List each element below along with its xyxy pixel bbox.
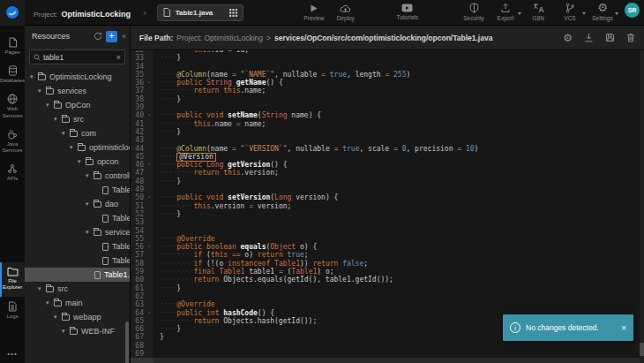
chevron-down-icon[interactable]: ▾ (38, 87, 46, 95)
chevron-down-icon[interactable]: ▾ (86, 229, 94, 236)
code-line: 55····@Override (131, 235, 644, 243)
app-logo[interactable] (0, 0, 25, 26)
code-line: 40-····public void setName(String name) … (131, 111, 644, 119)
chevron-down-icon[interactable]: ▾ (38, 285, 46, 292)
sidebar-item-databases[interactable]: Databases (0, 61, 25, 89)
tree-item-service[interactable]: ▾service (25, 225, 130, 239)
refresh-icon[interactable] (94, 32, 102, 41)
tree-item-opcon[interactable]: ▾opcon (25, 155, 130, 169)
preview-button[interactable]: Preview (298, 4, 330, 21)
editor-settings-icon[interactable]: ⚙ (563, 33, 573, 43)
sidebar-item-file-explorer[interactable]: File Explorer (0, 262, 25, 296)
tree-item-webapp[interactable]: ▾webapp (25, 310, 130, 324)
tree-item-src[interactable]: ▾src (25, 282, 130, 296)
fold-marker[interactable]: - (146, 243, 153, 251)
export-button[interactable]: Export (490, 3, 521, 21)
chevron-down-icon[interactable]: ▾ (70, 144, 78, 151)
code-line: 39 (131, 103, 644, 111)
folder-icon (62, 117, 70, 123)
tree-item-table1service-java[interactable]: Table1Service.java (25, 239, 130, 253)
code-editor[interactable]: 32········this.id = id;33····}3435····@C… (131, 50, 644, 358)
tree-item-main[interactable]: ▾main (25, 296, 130, 310)
tree-item-optimisticlocking[interactable]: ▾OptimisticLocking (25, 70, 130, 84)
avatar[interactable]: SR (625, 3, 640, 18)
clear-search-icon[interactable]: × (116, 53, 121, 62)
sidebar-item-logs[interactable]: Logs (0, 297, 25, 325)
chevron-down-icon[interactable]: ▾ (62, 130, 70, 137)
chevron-down-icon[interactable]: ▾ (86, 200, 94, 208)
scrollbar-thumb[interactable] (640, 343, 644, 356)
tree-item-optimisticlocking[interactable]: ▾optimisticlocking (25, 140, 130, 155)
gear-icon: ⚙ (597, 3, 608, 13)
tree-item-dao[interactable]: ▾dao (25, 197, 130, 211)
add-resource-button[interactable]: + (106, 31, 117, 42)
settings-button[interactable]: ⚙ Settings (587, 3, 618, 21)
line-number: 53 (131, 218, 146, 226)
gutter-spacer (146, 153, 153, 161)
trash-icon[interactable] (626, 33, 635, 42)
tree-item-services[interactable]: ▾services (25, 84, 130, 98)
vcs-chevron-down-icon[interactable] (582, 12, 586, 15)
line-number: 43 (131, 136, 146, 144)
resources-header: Resources + « (25, 26, 130, 47)
chevron-down-icon[interactable]: ▾ (54, 314, 62, 321)
editor-horizontal-scrollbar[interactable] (131, 358, 640, 363)
sidebar-item-apis[interactable]: APIs (0, 159, 25, 187)
save-icon[interactable] (605, 33, 615, 42)
globe-icon (7, 94, 18, 104)
search-icon (34, 54, 41, 61)
editor-vertical-scrollbar[interactable] (640, 50, 644, 363)
download-icon[interactable] (584, 33, 594, 42)
chevron-down-icon[interactable]: ▾ (30, 73, 38, 80)
chevron-down-icon[interactable]: ▾ (46, 102, 54, 109)
top-header: Project: OptimisticLocking › Table1.java… (0, 0, 644, 26)
sidebar-item-web-services[interactable]: Web Services (0, 89, 25, 124)
code-line: 50-····public void setVersion(Long versi… (131, 193, 644, 201)
sidebar-item-java-services[interactable]: Java Services (0, 125, 25, 159)
toast-close-icon[interactable]: × (621, 323, 626, 333)
resources-scrollbar[interactable] (125, 321, 129, 363)
code-line: 53 (131, 218, 644, 226)
gutter-spacer (146, 63, 153, 71)
vcs-button[interactable]: VCS (554, 3, 586, 21)
tree-item-table1dao-java[interactable]: Table1Dao.java (25, 211, 130, 225)
code-line: 46-····public Long getVersion() { (131, 161, 644, 169)
tutorials-button[interactable]: Tutorials (392, 4, 423, 20)
sidebar-item-pages[interactable]: Pages (0, 33, 25, 61)
tree-item-table1serviceimpl-java[interactable]: Table1ServiceImpl.java (25, 253, 130, 268)
fold-marker[interactable]: - (146, 79, 153, 87)
deploy-button[interactable]: Deploy (330, 4, 362, 21)
fold-marker[interactable]: - (146, 111, 153, 119)
i18n-button[interactable]: A I18N (522, 3, 554, 21)
fold-marker[interactable]: - (146, 309, 153, 317)
tree-item-table1controller-java[interactable]: Table1Controller.java (25, 183, 130, 197)
chevron-down-icon[interactable]: ▾ (62, 328, 70, 335)
grid-icon[interactable] (229, 9, 237, 17)
line-number: 58 (131, 260, 146, 268)
tab-table1-java[interactable]: Table1.java (157, 4, 243, 21)
gutter-spacer (146, 178, 153, 185)
tree-item-opcon[interactable]: ▾OpCon (25, 98, 130, 112)
tree-item-com[interactable]: ▾com (25, 126, 130, 140)
fold-marker[interactable]: - (146, 193, 153, 201)
chevron-down-icon[interactable]: ▾ (78, 158, 86, 165)
tree-item-src[interactable]: ▾src (25, 112, 130, 126)
tree-item-table1-java[interactable]: Table1.java (25, 268, 130, 282)
chevron-down-icon[interactable]: ▾ (46, 299, 54, 306)
security-button[interactable]: Security (458, 3, 490, 21)
fold-marker[interactable]: - (146, 161, 153, 169)
shield-icon (469, 3, 479, 13)
app-window: Project: OptimisticLocking › Table1.java… (0, 0, 644, 363)
export-chevron-down-icon[interactable] (518, 12, 521, 15)
tree-item-web-inf[interactable]: ▾WEB-INF (25, 324, 130, 338)
folder-icon (46, 88, 54, 95)
chevron-down-icon[interactable]: ▾ (86, 172, 94, 179)
gutter-spacer (146, 87, 153, 95)
chevron-down-icon[interactable]: ▾ (54, 116, 62, 123)
folder-icon (54, 300, 62, 306)
search-input[interactable] (43, 53, 114, 62)
sidebar-more-button[interactable]: ••• (0, 350, 25, 363)
collapse-panel-icon[interactable]: « (121, 32, 127, 41)
settings-chevron-down-icon[interactable] (615, 12, 618, 15)
tree-item-controller[interactable]: ▾controller (25, 169, 130, 183)
